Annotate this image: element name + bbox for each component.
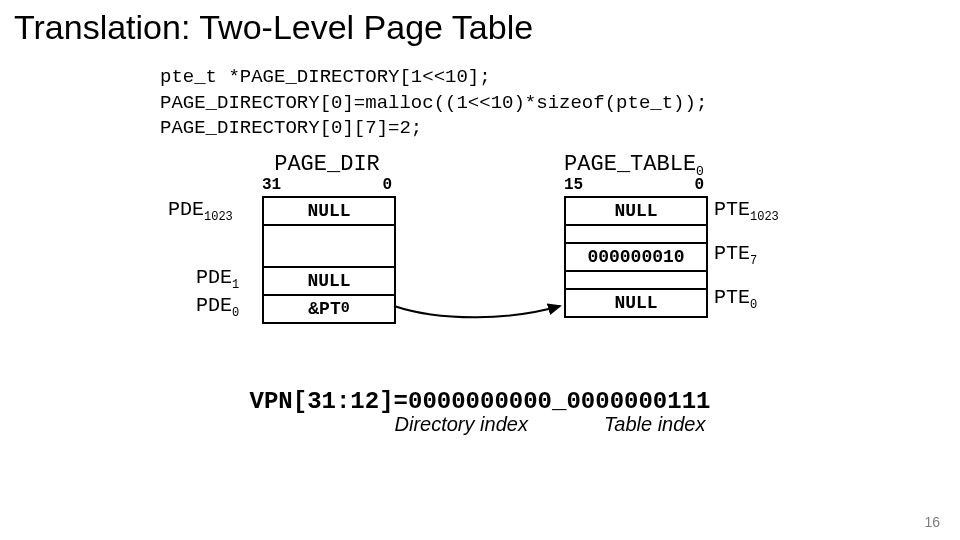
pt-cell-1023: NULL — [566, 198, 706, 226]
dir-cell-1: NULL — [264, 268, 394, 296]
dir-cell-0: &PT0 — [264, 296, 394, 322]
label-pte-1023: PTE1023 — [714, 198, 779, 224]
pt-cell-0: NULL — [566, 290, 706, 316]
label-pde-1023: PDE1023 — [168, 198, 233, 224]
page-table: NULL 000000010 NULL — [564, 196, 708, 318]
label-pte-7: PTE7 — [714, 242, 757, 268]
vpn-line: VPN[31:12]=0000000000_0000000111 — [0, 388, 960, 415]
pt-cell-gap2 — [566, 272, 706, 290]
slide-title: Translation: Two-Level Page Table — [0, 0, 960, 61]
pt-cell-gap1 — [566, 226, 706, 244]
dir-bit-lo: 0 — [382, 176, 392, 194]
label-pde-0: PDE0 — [196, 294, 239, 320]
label-pte-0: PTE0 — [714, 286, 757, 312]
vpn-sublabels: Directory index Table index — [0, 413, 960, 436]
pt-bit-hi: 15 — [564, 176, 583, 194]
code-line-3: PAGE_DIRECTORY[0][7]=2; — [160, 116, 960, 142]
pt-bit-lo: 0 — [694, 176, 704, 194]
vpn-tbl-label: Table index — [604, 413, 706, 436]
dir-bit-hi: 31 — [262, 176, 281, 194]
page-dir-title: PAGE_DIR — [262, 152, 392, 177]
page-dir-table: NULL NULL &PT0 — [262, 196, 396, 324]
pt-cell-7: 000000010 — [566, 244, 706, 272]
diagram: PAGE_DIR 31 0 NULL NULL &PT0 PDE1023 PDE… — [114, 152, 874, 382]
label-pde-1: PDE1 — [196, 266, 239, 292]
code-block: pte_t *PAGE_DIRECTORY[1<<10]; PAGE_DIREC… — [160, 65, 960, 142]
dir-cell-gap — [264, 226, 394, 268]
page-number: 16 — [924, 514, 940, 530]
dir-cell-1023: NULL — [264, 198, 394, 226]
vpn-dir-label: Directory index — [395, 413, 528, 436]
code-line-1: pte_t *PAGE_DIRECTORY[1<<10]; — [160, 65, 960, 91]
code-line-2: PAGE_DIRECTORY[0]=malloc((1<<10)*sizeof(… — [160, 91, 960, 117]
arrow-pt0 — [392, 292, 572, 332]
